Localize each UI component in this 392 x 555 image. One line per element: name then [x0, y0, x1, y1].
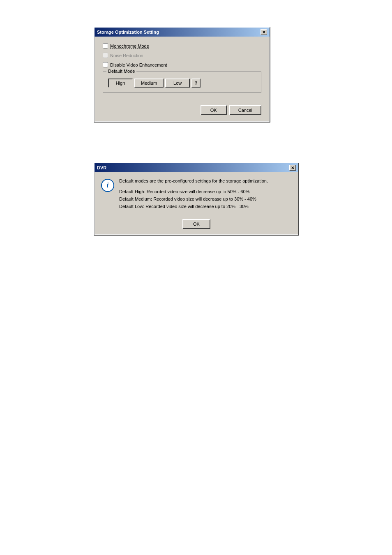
storage-dialog-close-button[interactable]: ✕	[261, 29, 267, 35]
info-icon: i	[101, 179, 114, 192]
storage-dialog-titlebar: Storage Optimization Setting ✕	[95, 28, 270, 37]
monochrome-mode-checkbox[interactable]	[103, 43, 108, 49]
help-button[interactable]: ?	[191, 79, 201, 88]
storage-ok-button[interactable]: OK	[201, 105, 227, 115]
dvr-dialog-content: i Default modes are the pre-configured s…	[95, 172, 298, 216]
dvr-dialog: DVR ✕ i Default modes are the pre-config…	[94, 162, 299, 236]
storage-dialog-title: Storage Optimization Setting	[97, 30, 159, 35]
dvr-dialog-title: DVR	[97, 165, 106, 170]
storage-optimization-dialog: Storage Optimization Setting ✕ Monochrom…	[94, 27, 270, 123]
storage-cancel-button[interactable]: Cancel	[229, 105, 261, 115]
page-container: Storage Optimization Setting ✕ Monochrom…	[0, 0, 392, 555]
noise-reduction-row: Noise Reduction	[103, 53, 261, 58]
dvr-ok-row: OK	[95, 216, 298, 235]
noise-reduction-checkbox[interactable]	[103, 53, 108, 58]
medium-mode-button[interactable]: Medium	[134, 79, 164, 88]
low-mode-button[interactable]: Low	[165, 79, 190, 88]
dvr-detail-line1: Default High: Recorded video size will d…	[119, 188, 292, 196]
dvr-dialog-close-button[interactable]: ✕	[289, 165, 296, 171]
dvr-detail-line2: Default Medium: Recorded video size will…	[119, 196, 292, 203]
groupbox-legend: Default Mode	[106, 69, 136, 74]
mode-buttons-row: High Medium Low ?	[108, 79, 256, 88]
monochrome-mode-label: Monochrome Mode	[110, 44, 149, 49]
disable-video-enhancement-label: Disable Video Enhancement	[110, 62, 167, 67]
disable-video-enhancement-checkbox[interactable]	[103, 62, 108, 67]
dvr-detail-text: Default High: Recorded video size will d…	[119, 188, 292, 210]
disable-video-enhancement-row: Disable Video Enhancement	[103, 62, 261, 67]
high-mode-button[interactable]: High	[108, 79, 133, 88]
dvr-ok-button[interactable]: OK	[182, 219, 210, 229]
noise-reduction-label: Noise Reduction	[110, 53, 143, 58]
storage-dialog-content: Monochrome Mode Noise Reduction Disable …	[95, 37, 270, 102]
dvr-dialog-titlebar: DVR ✕	[95, 163, 298, 172]
dvr-main-text: Default modes are the pre-configured set…	[119, 178, 292, 184]
default-mode-groupbox: Default Mode High Medium Low ?	[103, 72, 261, 93]
dvr-detail-line3: Default Low: Recorded video size will de…	[119, 203, 292, 210]
dvr-text-content: Default modes are the pre-configured set…	[119, 178, 292, 210]
storage-dialog-buttons: OK Cancel	[95, 102, 270, 122]
monochrome-mode-row: Monochrome Mode	[103, 43, 261, 49]
